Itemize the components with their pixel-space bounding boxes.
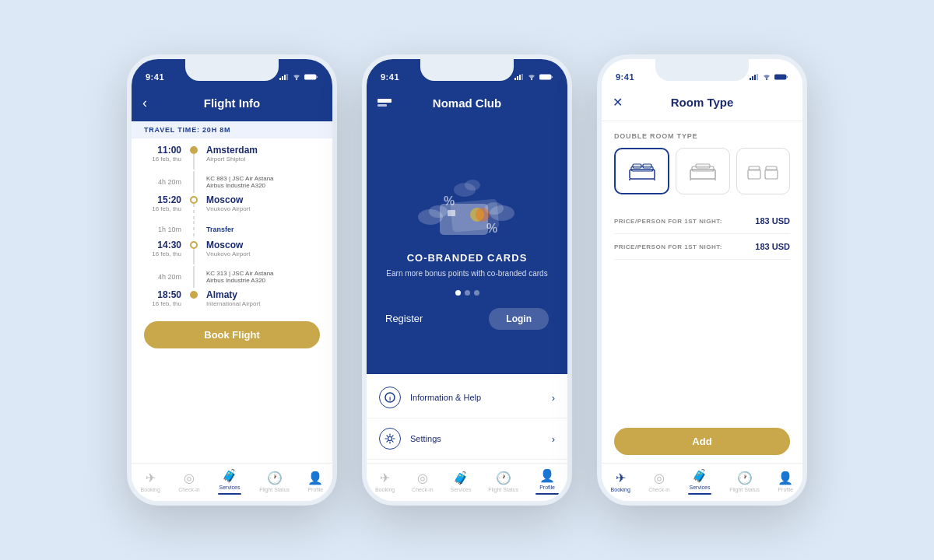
nav-checkin-2[interactable]: ◎ Check-in <box>412 471 434 492</box>
flight-info-title: Flight Info <box>204 96 260 110</box>
nav-flightstatus-label-3: Flight Status <box>729 487 760 492</box>
nav-checkin-label-3: Check-in <box>648 487 670 492</box>
settings-icon-circle <box>379 428 401 450</box>
nav-flightstatus-3[interactable]: 🕐 Flight Status <box>729 471 760 492</box>
svg-rect-44 <box>692 166 714 171</box>
nav-checkin-1[interactable]: ◎ Check-in <box>178 471 200 492</box>
nomad-menu-section: i Information & Help › Settings › <box>367 374 567 463</box>
flightstatus-icon-1: 🕐 <box>267 471 283 485</box>
services-icon-2: 🧳 <box>453 471 469 485</box>
time-amsterdam: 11:00 <box>144 145 181 156</box>
svg-rect-30 <box>750 78 751 80</box>
settings-label: Settings <box>410 434 552 443</box>
signal-icon <box>279 74 289 80</box>
wifi-icon-3 <box>762 74 771 80</box>
nomad-app-header: Nomad Club <box>367 87 567 121</box>
close-button[interactable]: ✕ <box>613 95 623 110</box>
phone-nomad-club: 9:41 Nomad Club <box>362 54 572 506</box>
svg-rect-9 <box>519 75 521 80</box>
svg-rect-50 <box>765 170 778 179</box>
nav-flightstatus-1[interactable]: 🕐 Flight Status <box>259 471 290 492</box>
transfer-row: 1h 10m Transfer <box>144 221 320 238</box>
info-icon-circle: i <box>379 387 401 408</box>
login-button[interactable]: Login <box>489 308 549 330</box>
gap-row-2: 4h 20m KC 313 | JSC Air AstanaAirbus Ind… <box>144 266 320 288</box>
checkin-icon-2: ◎ <box>417 471 428 485</box>
book-flight-button[interactable]: Book Flight <box>144 321 320 348</box>
profile-icon-1: 👤 <box>307 471 323 485</box>
svg-rect-10 <box>521 74 523 80</box>
nav-indicator-3 <box>688 493 711 495</box>
room-content: DOUBLE ROOM TYPE <box>602 121 802 422</box>
nomad-illustration-area: % % CO-BRANDED CARDS Earn more bonus poi <box>367 121 567 374</box>
dot-moscow1 <box>190 196 198 204</box>
nav-indicator-1 <box>218 493 241 495</box>
nav-flightstatus-2[interactable]: 🕐 Flight Status <box>488 471 518 492</box>
airport-amsterdam: Airport Shiptol <box>206 156 320 163</box>
nav-services-2[interactable]: 🧳 Services <box>451 471 472 492</box>
time-moscow1: 15:20 <box>144 194 181 205</box>
nav-services-1[interactable]: 🧳 Services <box>218 468 241 495</box>
status-time-3: 9:41 <box>616 72 634 82</box>
add-button[interactable]: Add <box>614 428 790 455</box>
nav-checkin-3[interactable]: ◎ Check-in <box>648 471 670 492</box>
settings-item[interactable]: Settings › <box>367 418 567 460</box>
cobranded-illustration: % % <box>409 166 525 252</box>
profile-icon-2: 👤 <box>539 468 555 483</box>
svg-rect-32 <box>754 75 756 80</box>
services-icon-1: 🧳 <box>222 468 237 483</box>
double-bed-card[interactable] <box>614 148 669 194</box>
info-help-label: Information & Help <box>410 393 552 402</box>
gap-row-1: 4h 20m KC 883 | JSC Air AstanaAirbus Ind… <box>144 171 320 193</box>
nav-profile-1[interactable]: 👤 Profile <box>307 471 323 492</box>
flight-row-almaty: 18:50 16 feb, thu Almaty International A… <box>144 289 320 307</box>
checkin-icon-1: ◎ <box>184 471 195 485</box>
city-moscow2: Moscow <box>206 240 320 250</box>
status-icons-2 <box>514 74 553 80</box>
nav-booking-1[interactable]: ✈ Booking <box>141 471 160 492</box>
airport-moscow2: Vnukovo Airport <box>206 250 320 257</box>
back-button[interactable]: ‹ <box>142 95 147 111</box>
carousel-dots <box>455 290 479 296</box>
city-moscow1: Moscow <box>206 194 320 205</box>
price-row-1: PRICE/PERSON FOR 1ST NIGHT: 183 USD <box>614 208 790 234</box>
status-icons-3 <box>750 74 788 80</box>
time-moscow2: 14:30 <box>144 240 181 250</box>
svg-point-19 <box>465 180 480 191</box>
nav-checkin-label-2: Check-in <box>412 487 434 492</box>
svg-point-26 <box>476 208 490 222</box>
room-type-header: ✕ Room Type <box>602 87 802 121</box>
room-type-grid <box>614 148 790 194</box>
nav-profile-2[interactable]: 👤 Profile <box>535 468 559 495</box>
tl-line-2 <box>188 194 200 219</box>
city-amsterdam: Amsterdam <box>206 145 320 156</box>
tl-line-4 <box>188 289 200 299</box>
nav-profile-3[interactable]: 👤 Profile <box>778 471 793 492</box>
info-help-item[interactable]: i Information & Help › <box>367 377 567 418</box>
nav-booking-2[interactable]: ✈ Booking <box>375 471 395 492</box>
flight-row-amsterdam: 11:00 16 feb, thu Amsterdam Airport Ship… <box>144 145 320 170</box>
svg-rect-24 <box>448 210 455 216</box>
price-value-1: 183 USD <box>755 216 790 226</box>
single-bed-card[interactable] <box>676 148 729 194</box>
svg-rect-36 <box>775 75 785 79</box>
menu-card-icon[interactable] <box>377 99 392 107</box>
svg-rect-13 <box>540 75 550 79</box>
airport-moscow1: Vnukovo Airport <box>206 205 320 212</box>
single-bed-icon <box>689 162 717 180</box>
register-button[interactable]: Register <box>385 313 423 324</box>
svg-point-29 <box>388 437 392 441</box>
nav-services-label-3: Services <box>690 485 711 490</box>
room-type-title: Room Type <box>671 96 734 109</box>
nav-booking-label-2: Booking <box>375 487 395 492</box>
nav-booking-3[interactable]: ✈ Booking <box>611 471 630 492</box>
dot-moscow2 <box>190 241 198 249</box>
nav-services-3[interactable]: 🧳 Services <box>688 468 711 495</box>
dot-1 <box>455 290 461 296</box>
nav-booking-label-3: Booking <box>611 487 630 492</box>
info-chevron: › <box>552 392 555 404</box>
svg-rect-33 <box>757 74 758 80</box>
twin-bed-card[interactable] <box>736 148 790 194</box>
phone-room-type: 9:41 ✕ Room Type DOUBLE ROOM TYPE <box>597 54 807 506</box>
nav-profile-label-3: Profile <box>778 487 793 492</box>
